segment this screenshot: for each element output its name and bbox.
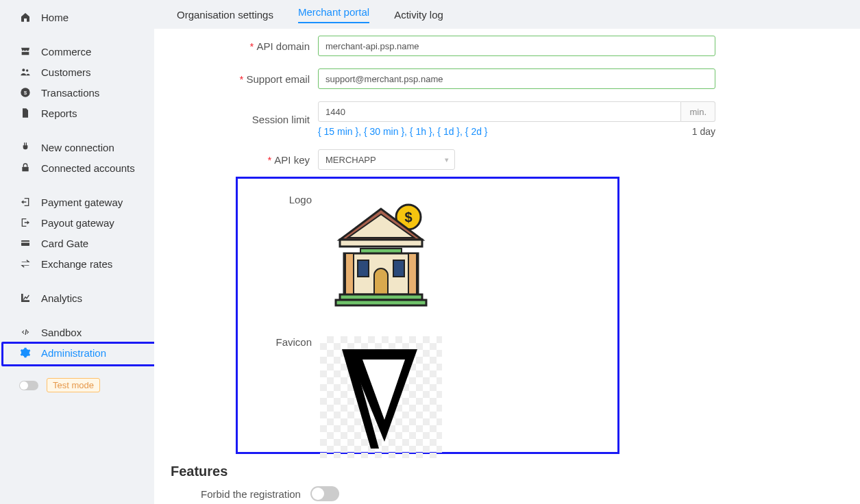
label-favicon: Favicon (238, 336, 320, 458)
row-support-email: *Support email (171, 68, 844, 89)
sidebar-item-sandbox[interactable]: Sandbox (0, 322, 154, 342)
sidebar-item-connected-accounts[interactable]: Connected accounts (0, 158, 154, 178)
chart-icon (19, 292, 32, 303)
sidebar-item-label: New connection (41, 142, 114, 153)
sidebar-item-commerce[interactable]: Commerce (0, 41, 154, 62)
row-logo: Logo $ (238, 194, 617, 316)
content: *API domain *Support email Session limit… (154, 29, 860, 504)
row-favicon: Favicon (238, 336, 617, 458)
sidebar-item-label: Connected accounts (41, 162, 135, 174)
sidebar: Home Commerce Customers $ Transactions R… (0, 0, 154, 504)
test-mode-row: Test mode (0, 378, 154, 392)
svg-rect-5 (21, 240, 29, 246)
tab-label: Activity log (394, 9, 443, 21)
sidebar-item-transactions[interactable]: $ Transactions (0, 82, 154, 103)
sidebar-item-label: Sandbox (41, 327, 82, 338)
sidebar-item-label: Customers (41, 66, 91, 78)
support-email-input[interactable] (318, 68, 715, 89)
image-settings-box: Logo $ (236, 177, 619, 454)
test-mode-toggle[interactable] (19, 381, 38, 390)
session-limit-addon: min. (681, 101, 715, 122)
sidebar-item-label: Payment gateway (41, 197, 123, 208)
svg-rect-14 (345, 253, 354, 294)
api-domain-input[interactable] (318, 36, 715, 56)
tab-organisation-settings[interactable]: Organisation settings (164, 2, 286, 27)
sidebar-item-label: Payout gateway (41, 217, 114, 229)
gear-icon (19, 347, 32, 358)
sidebar-item-label: Reports (41, 108, 77, 119)
session-presets[interactable]: { 15 min }, { 30 min }, { 1h }, { 1d }, … (318, 126, 488, 137)
svg-rect-6 (21, 242, 29, 242)
label-session-limit: Session limit (171, 114, 318, 125)
test-mode-badge: Test mode (47, 378, 100, 392)
tab-activity-log[interactable]: Activity log (382, 2, 456, 27)
api-key-select[interactable]: MERCHAPP ▾ (318, 149, 455, 170)
svg-point-0 (22, 68, 25, 71)
sidebar-item-new-connection[interactable]: New connection (0, 137, 154, 158)
svg-rect-16 (358, 260, 369, 277)
tab-label: Organisation settings (177, 9, 273, 21)
sidebar-item-label: Transactions (41, 87, 99, 99)
logo-upload[interactable]: $ (320, 194, 442, 316)
row-forbid-registration: Forbid the registration (201, 486, 844, 501)
session-current: 1 day (692, 126, 715, 137)
logo-image: $ (326, 202, 436, 308)
label-api-key: *API key (171, 154, 318, 166)
svg-rect-19 (336, 300, 426, 305)
dollar-circle-icon: $ (19, 87, 32, 98)
sidebar-item-administration[interactable]: Administration (0, 342, 154, 363)
label-logo: Logo (238, 194, 320, 316)
sidebar-item-label: Analytics (41, 292, 82, 304)
card-icon (19, 238, 32, 249)
file-icon (19, 108, 32, 118)
sidebar-item-label: Exchange rates (41, 258, 112, 270)
svg-text:$: $ (24, 90, 27, 96)
svg-text:$: $ (404, 210, 412, 225)
exchange-icon (19, 258, 32, 269)
svg-point-1 (26, 69, 28, 71)
favicon-upload[interactable] (320, 336, 442, 458)
logout-icon (19, 217, 32, 228)
code-icon (19, 327, 32, 338)
store-icon (19, 46, 32, 57)
svg-rect-17 (393, 260, 404, 277)
row-session-limit: Session limit min. { 15 min }, { 30 min … (171, 101, 844, 137)
tab-merchant-portal[interactable]: Merchant portal (286, 0, 382, 30)
svg-rect-4 (22, 167, 28, 172)
favicon-image (336, 346, 426, 449)
plug-icon (19, 142, 32, 153)
users-icon (19, 66, 32, 77)
label-api-domain: *API domain (171, 40, 318, 52)
chevron-down-icon: ▾ (445, 155, 449, 164)
sidebar-item-home[interactable]: Home (0, 7, 154, 27)
login-icon (19, 197, 32, 207)
home-icon (19, 12, 32, 23)
sidebar-item-label: Commerce (41, 46, 91, 58)
sidebar-item-label: Administration (41, 347, 106, 359)
sidebar-item-customers[interactable]: Customers (0, 62, 154, 82)
row-api-domain: *API domain (171, 36, 844, 56)
tabs: Organisation settings Merchant portal Ac… (154, 0, 860, 29)
sidebar-item-label: Card Gate (41, 238, 88, 249)
svg-rect-15 (408, 253, 417, 294)
lock-icon (19, 162, 32, 173)
forbid-registration-toggle[interactable] (310, 486, 339, 501)
sidebar-item-analytics[interactable]: Analytics (0, 288, 154, 308)
label-forbid-registration: Forbid the registration (201, 488, 301, 500)
sidebar-item-label: Home (41, 12, 69, 23)
label-support-email: *Support email (171, 73, 318, 85)
sidebar-item-payout-gateway[interactable]: Payout gateway (0, 212, 154, 233)
sidebar-item-payment-gateway[interactable]: Payment gateway (0, 192, 154, 212)
sidebar-item-reports[interactable]: Reports (0, 103, 154, 123)
tab-label: Merchant portal (298, 6, 369, 18)
svg-rect-11 (340, 240, 422, 247)
sidebar-item-card-gate[interactable]: Card Gate (0, 233, 154, 253)
sidebar-item-exchange-rates[interactable]: Exchange rates (0, 253, 154, 274)
api-key-value: MERCHAPP (325, 155, 376, 165)
row-api-key: *API key MERCHAPP ▾ (171, 149, 844, 170)
session-limit-input[interactable] (318, 101, 681, 122)
features-heading: Features (171, 464, 844, 479)
